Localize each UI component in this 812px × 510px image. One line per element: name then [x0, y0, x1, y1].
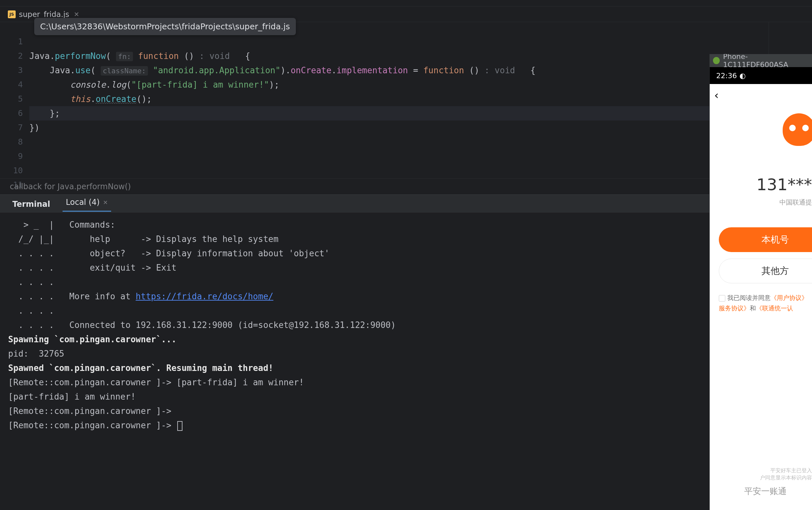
- terminal-line: . . . . exit/quit -> Exit: [8, 261, 804, 275]
- device-name: Phone-1C111FDF600ASA: [723, 54, 809, 69]
- code-line-2[interactable]: Java.performNow( fn: function () : void …: [29, 49, 812, 63]
- tab-filename: super_frida.js: [19, 10, 69, 19]
- device-time: 22:36: [716, 72, 737, 80]
- unicom-agreement-link[interactable]: 《联通统一认: [756, 304, 793, 312]
- status-icon: ◐: [740, 72, 746, 80]
- android-icon: [713, 57, 720, 64]
- docs-link[interactable]: https://frida.re/docs/home/: [136, 292, 273, 301]
- user-agreement-link[interactable]: 《用户协议》: [771, 294, 808, 301]
- terminal-line: [Remote::com.pingan.carowner ]->: [8, 404, 804, 418]
- terminal-line: pid: 32765: [8, 347, 804, 361]
- device-screen[interactable]: ‹ 131*** 中国联通提 本机号 其他方 我已阅读并同意《用户协议》 服务协…: [710, 84, 812, 510]
- device-title-bar[interactable]: Phone-1C111FDF600ASA: [710, 54, 812, 67]
- terminal-line: [part-frida] i am winner!: [8, 390, 804, 404]
- agreement-text: 我已阅读并同意《用户协议》 服务协议》和《联通统一认: [719, 293, 808, 313]
- device-status-bar: 22:36 ◐: [710, 67, 812, 84]
- other-login-button[interactable]: 其他方: [719, 259, 812, 283]
- code-line-10[interactable]: [29, 163, 812, 178]
- code-line-3[interactable]: Java.use( className: "android.app.Applic…: [29, 63, 812, 78]
- line-gutter: 1 2 3 4 5 6 7 8 9 10 11: [0, 22, 29, 178]
- code-line-6[interactable]: };: [29, 106, 812, 120]
- code-editor[interactable]: 1 2 3 4 5 6 7 8 9 10 11 Java.performNow(…: [0, 22, 812, 178]
- breadcrumb: callback for Java.performNow(): [0, 178, 812, 194]
- watermark: 平安好车主已登入户同意显示本标识内容: [760, 467, 812, 481]
- terminal-line: > _ | Commands:: [8, 217, 804, 232]
- code-line-1[interactable]: [29, 34, 812, 49]
- terminal-line: . . . . object? -> Display information a…: [8, 246, 804, 261]
- brand-label: 平安一账通: [719, 486, 812, 497]
- masked-phone-number: 131***: [757, 175, 812, 194]
- login-this-number-button[interactable]: 本机号: [719, 227, 812, 252]
- bottom-panel-tabs: Terminal Local (4) ✕: [0, 194, 812, 213]
- js-file-icon: JS: [8, 10, 16, 18]
- service-agreement-link[interactable]: 服务协议》: [719, 304, 750, 312]
- agreement-checkbox[interactable]: [719, 295, 725, 302]
- terminal-line: Spawning `com.pingan.carowner`...: [8, 332, 804, 347]
- code-line-7[interactable]: }): [29, 120, 812, 135]
- terminal-output[interactable]: > _ | Commands: /_/ |_| help -> Displays…: [0, 213, 812, 438]
- terminal-prompt[interactable]: [Remote::com.pingan.carowner ]->: [8, 418, 804, 432]
- terminal-line: /_/ |_| help -> Displays the help system: [8, 232, 804, 246]
- code-line-9[interactable]: [29, 149, 812, 163]
- file-path-tooltip: C:\Users\32836\WebstormProjects\fridaPro…: [34, 18, 296, 35]
- cursor-icon: [177, 421, 182, 431]
- carrier-note: 中国联通提: [779, 198, 812, 207]
- app-logo-icon: [783, 113, 812, 152]
- terminal-line: . . . .: [8, 275, 804, 289]
- title-bar: [0, 0, 812, 6]
- code-line-8[interactable]: [29, 135, 812, 149]
- terminal-line: . . . . More info at https://frida.re/do…: [8, 289, 804, 303]
- terminal-line: . . . .: [8, 303, 804, 318]
- back-icon[interactable]: ‹: [714, 89, 719, 101]
- terminal-session-tab[interactable]: Local (4) ✕: [63, 196, 111, 212]
- code-content[interactable]: Java.performNow( fn: function () : void …: [29, 22, 812, 178]
- code-line-5[interactable]: this.onCreate();: [29, 92, 812, 106]
- device-mirror-panel: Phone-1C111FDF600ASA 22:36 ◐ ‹ 131*** 中国…: [709, 54, 812, 510]
- code-line-4[interactable]: console.log("[part-frida] i am winner!")…: [29, 78, 812, 92]
- terminal-tab[interactable]: Terminal: [10, 195, 53, 213]
- terminal-line: . . . . Connected to 192.168.31.122:9000…: [8, 318, 804, 332]
- close-icon[interactable]: ✕: [103, 199, 108, 206]
- terminal-line: [Remote::com.pingan.carowner ]-> [part-f…: [8, 375, 804, 390]
- close-icon[interactable]: ✕: [74, 10, 80, 18]
- terminal-line: Spawned `com.pingan.carowner`. Resuming …: [8, 361, 804, 375]
